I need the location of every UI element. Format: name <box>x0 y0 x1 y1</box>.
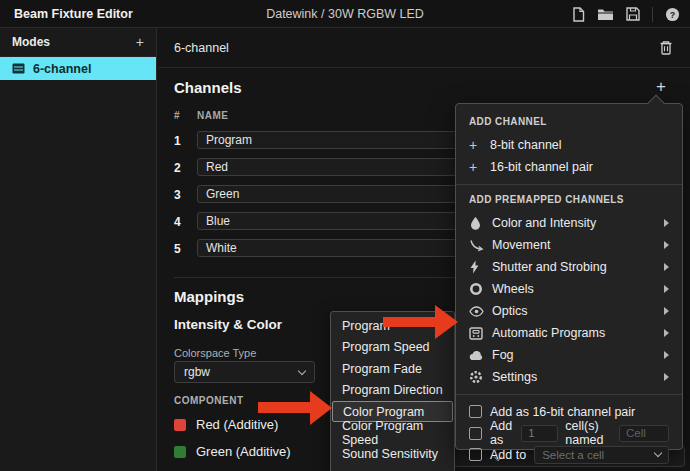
option-label: Add as 16-bit channel pair <box>490 405 635 419</box>
annotation-arrow-color-program <box>258 391 332 425</box>
new-file-icon[interactable] <box>572 7 585 22</box>
colorspace-value: rgbw <box>184 365 210 379</box>
menu-item-8bit-channel[interactable]: + 8-bit channel <box>456 134 682 156</box>
chevron-right-icon <box>664 263 669 271</box>
annotation-arrow-automatic-programs <box>383 305 458 339</box>
menu-item-shutter-and-strobing[interactable]: Shutter and Strobing <box>456 256 682 278</box>
beam-fixture-editor-window: Beam Fixture Editor Datewink / 30W RGBW … <box>0 0 690 471</box>
menu-divider <box>456 184 682 185</box>
checkbox-16bit-pair[interactable] <box>469 405 482 418</box>
arrow-shaft <box>383 317 435 327</box>
add-channel-button[interactable]: + <box>656 77 666 97</box>
channel-number: 4 <box>174 212 190 229</box>
bolt-icon <box>469 260 492 274</box>
sidebar-item-label: 6-channel <box>33 62 91 76</box>
chevron-right-icon <box>664 373 669 381</box>
movement-icon <box>469 239 492 252</box>
channel-number: 5 <box>174 239 190 256</box>
option-label: cell(s) named <box>565 419 612 447</box>
submenu-item-program-speed[interactable]: Program Speed <box>331 337 454 359</box>
channel-number: 2 <box>174 158 190 175</box>
green-swatch <box>174 446 186 458</box>
menu-divider <box>456 394 682 395</box>
menu-item-label: Automatic Programs <box>492 326 605 340</box>
menu-item-automatic-programs[interactable]: Automatic Programs <box>456 322 682 344</box>
gear-icon <box>469 370 492 384</box>
submenu-item-sound-sensitivity[interactable]: Sound Sensitivity <box>331 444 454 466</box>
colorspace-type-label: Colorspace Type <box>174 347 256 359</box>
submenu-item-program-direction[interactable]: Program Direction <box>331 380 454 402</box>
menu-item-label: Optics <box>492 304 527 318</box>
menu-item-label: Shutter and Strobing <box>492 260 607 274</box>
plus-icon: + <box>469 159 490 175</box>
column-header-number: # <box>174 110 180 121</box>
modes-header: Modes + <box>0 28 156 57</box>
checkbox-add-to[interactable] <box>469 448 482 461</box>
chevron-right-icon <box>664 241 669 249</box>
eye-icon <box>469 306 492 317</box>
red-swatch <box>174 419 186 431</box>
chevron-right-icon <box>664 351 669 359</box>
menu-item-settings[interactable]: Settings <box>456 366 682 388</box>
arrow-head <box>310 391 332 425</box>
menu-item-label: Color and Intensity <box>492 216 596 230</box>
component-row-green[interactable]: Green (Additive) <box>174 444 291 459</box>
modes-sidebar: Modes + 6-channel <box>0 28 157 471</box>
droplet-icon <box>469 216 492 230</box>
save-icon[interactable] <box>626 7 640 21</box>
help-icon[interactable]: ? <box>665 7 680 22</box>
chevron-right-icon <box>664 219 669 227</box>
sidebar-item-6-channel[interactable]: 6-channel <box>0 57 156 80</box>
menu-notch <box>648 95 665 112</box>
modes-header-label: Modes <box>12 35 50 49</box>
option-add-as-cells: Add as cell(s) named <box>456 423 682 445</box>
arrow-head <box>435 305 458 339</box>
add-channel-section-label: ADD CHANNEL <box>456 113 682 134</box>
add-channel-menu: ADD CHANNEL + 8-bit channel + 16-bit cha… <box>455 103 683 450</box>
chevron-right-icon <box>664 285 669 293</box>
toolbar-icons: ? <box>572 0 680 28</box>
option-label: Add to <box>490 448 526 462</box>
menu-item-movement[interactable]: Movement <box>456 234 682 256</box>
menu-item-label: 16-bit channel pair <box>490 160 593 174</box>
top-bar: Beam Fixture Editor Datewink / 30W RGBW … <box>0 0 690 28</box>
mode-panel-header: 6-channel <box>158 28 690 68</box>
menu-item-fog[interactable]: Fog <box>456 344 682 366</box>
premapped-section-label: ADD PREMAPPED CHANNELS <box>456 191 682 212</box>
menu-item-optics[interactable]: Optics <box>456 300 682 322</box>
menu-item-16bit-channel-pair[interactable]: + 16-bit channel pair <box>456 156 682 178</box>
program-box-icon <box>469 327 492 340</box>
submenu-item-color-program-speed[interactable]: Color Program Speed <box>331 422 454 444</box>
cell-count-input[interactable] <box>521 425 558 442</box>
channel-number: 1 <box>174 131 190 148</box>
chevron-down-icon <box>298 366 306 374</box>
toolbar-separator <box>652 7 653 22</box>
delete-mode-trash-icon[interactable] <box>659 40 673 55</box>
option-add-to-cell: Add to Select a cell <box>456 444 682 466</box>
add-mode-button[interactable]: + <box>136 34 144 50</box>
chevron-right-icon <box>664 329 669 337</box>
channels-heading: Channels <box>174 79 242 96</box>
chevron-right-icon <box>664 307 669 315</box>
menu-item-label: 8-bit channel <box>490 138 562 152</box>
intensity-color-heading: Intensity & Color <box>174 317 282 332</box>
component-row-label: Green (Additive) <box>196 444 291 459</box>
menu-item-color-and-intensity[interactable]: Color and Intensity <box>456 212 682 234</box>
cell-name-input[interactable] <box>619 425 669 442</box>
cell-select[interactable]: Select a cell <box>534 446 669 464</box>
component-label: COMPONENT <box>174 395 244 406</box>
mode-title: 6-channel <box>174 41 229 55</box>
svg-text:?: ? <box>670 9 675 19</box>
colorspace-select[interactable]: rgbw <box>174 361 315 383</box>
menu-item-wheels[interactable]: Wheels <box>456 278 682 300</box>
open-folder-icon[interactable] <box>597 8 614 21</box>
menu-item-label: Settings <box>492 370 537 384</box>
checkbox-add-as-cells[interactable] <box>469 427 482 440</box>
arrow-shaft <box>258 402 310 413</box>
plus-icon: + <box>469 137 490 153</box>
submenu-item-program-fade[interactable]: Program Fade <box>331 358 454 380</box>
chevron-down-icon <box>654 449 662 457</box>
mode-grid-icon <box>12 63 25 74</box>
mappings-heading: Mappings <box>174 288 244 305</box>
column-header-name: NAME <box>197 110 228 121</box>
